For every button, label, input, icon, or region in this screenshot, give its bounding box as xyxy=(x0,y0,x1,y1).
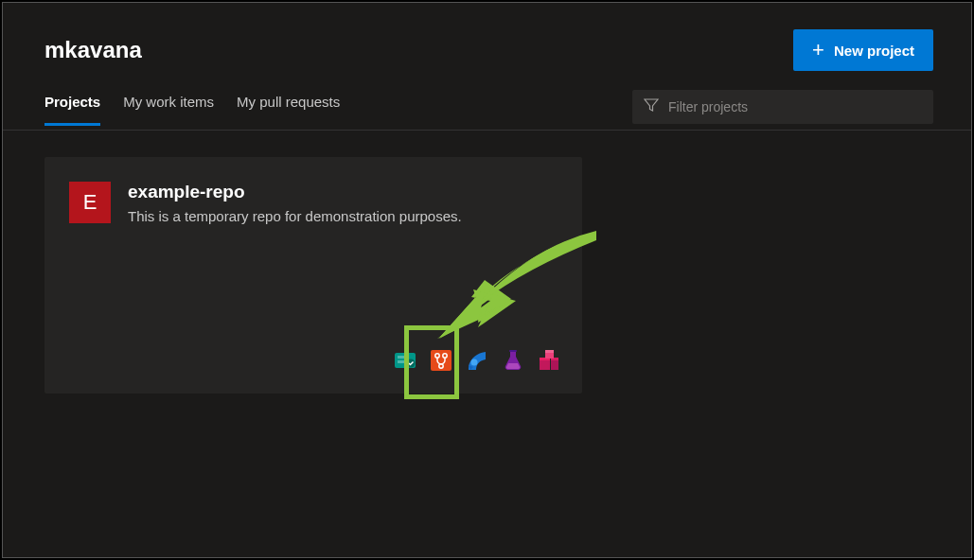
svg-marker-17 xyxy=(439,288,513,339)
new-project-label: New project xyxy=(834,43,914,59)
plus-icon: + xyxy=(812,40,824,61)
svg-point-8 xyxy=(471,359,478,366)
pipelines-icon[interactable] xyxy=(463,346,491,375)
boards-icon[interactable] xyxy=(391,346,419,375)
repos-icon[interactable] xyxy=(427,346,455,375)
svg-rect-14 xyxy=(545,352,554,359)
project-avatar: E xyxy=(69,182,111,223)
tab-projects[interactable]: Projects xyxy=(44,94,100,126)
filter-icon xyxy=(644,97,659,116)
artifacts-icon[interactable] xyxy=(535,346,563,375)
svg-rect-1 xyxy=(398,356,404,359)
project-card[interactable]: E example-repo This is a temporary repo … xyxy=(44,157,582,394)
organization-title: mkavana xyxy=(44,37,142,63)
new-project-button[interactable]: + New project xyxy=(793,29,933,71)
project-name: example-repo xyxy=(128,182,558,202)
tab-my-pull-requests[interactable]: My pull requests xyxy=(237,94,340,126)
service-icons-row xyxy=(391,346,563,375)
svg-rect-12 xyxy=(551,359,558,370)
test-plans-icon[interactable] xyxy=(499,346,527,375)
svg-rect-2 xyxy=(398,360,404,363)
project-description: This is a temporary repo for demonstrati… xyxy=(128,208,558,224)
svg-rect-15 xyxy=(545,350,554,353)
svg-rect-9 xyxy=(509,350,517,352)
annotation-arrow-icon xyxy=(426,223,606,346)
svg-marker-16 xyxy=(437,289,516,339)
filter-projects-input[interactable] xyxy=(668,99,922,114)
svg-rect-10 xyxy=(540,359,550,370)
tab-my-work-items[interactable]: My work items xyxy=(123,94,214,126)
filter-projects-box[interactable] xyxy=(632,90,933,124)
tabs-container: Projects My work items My pull requests xyxy=(44,94,340,126)
